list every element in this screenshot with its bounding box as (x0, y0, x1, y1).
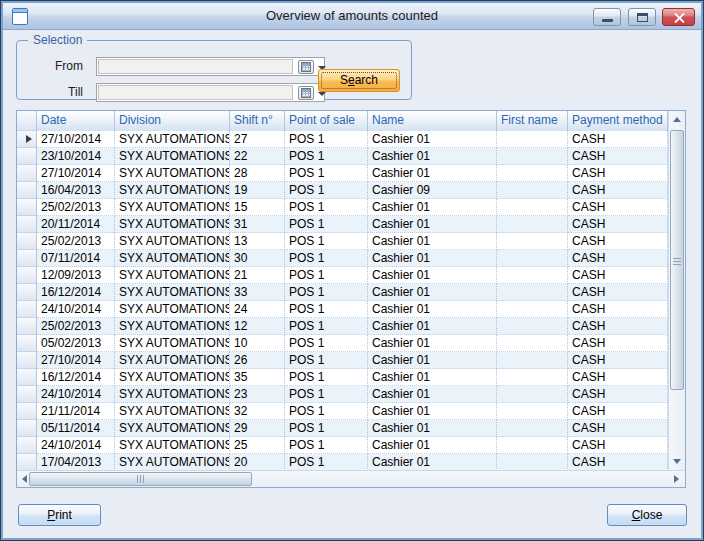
table-cell[interactable] (497, 301, 568, 318)
table-cell[interactable]: 27 (230, 131, 285, 148)
from-input[interactable] (98, 59, 293, 74)
table-cell[interactable]: Cashier 01 (368, 352, 497, 369)
table-cell[interactable]: 16/04/2013 (37, 182, 115, 199)
table-row[interactable]: 07/11/2014SYX AUTOMATIONS30POS 1Cashier … (17, 250, 668, 267)
table-cell[interactable]: 13 (230, 233, 285, 250)
table-cell[interactable]: 28 (230, 165, 285, 182)
table-cell[interactable]: CASH (568, 369, 668, 386)
table-cell[interactable] (497, 131, 568, 148)
table-cell[interactable]: POS 1 (285, 199, 368, 216)
table-cell[interactable]: Cashier 09 (368, 182, 497, 199)
row-selector-header[interactable] (17, 111, 37, 131)
table-cell[interactable]: CASH (568, 131, 668, 148)
table-cell[interactable]: Cashier 01 (368, 386, 497, 403)
table-cell[interactable]: 26 (230, 352, 285, 369)
table-row[interactable]: 25/02/2013SYX AUTOMATIONS15POS 1Cashier … (17, 199, 668, 216)
scroll-up-button[interactable] (669, 111, 686, 128)
table-row[interactable]: 27/10/2014SYX AUTOMATIONS28POS 1Cashier … (17, 165, 668, 182)
table-row[interactable]: 21/11/2014SYX AUTOMATIONS32POS 1Cashier … (17, 403, 668, 420)
table-cell[interactable]: SYX AUTOMATIONS (115, 335, 230, 352)
table-cell[interactable]: SYX AUTOMATIONS (115, 386, 230, 403)
table-cell[interactable]: Cashier 01 (368, 454, 497, 470)
table-cell[interactable]: CASH (568, 454, 668, 470)
row-selector-cell[interactable] (17, 437, 37, 454)
table-cell[interactable]: CASH (568, 233, 668, 250)
table-cell[interactable]: 24 (230, 301, 285, 318)
table-cell[interactable]: Cashier 01 (368, 216, 497, 233)
table-cell[interactable]: POS 1 (285, 165, 368, 182)
table-cell[interactable]: Cashier 01 (368, 284, 497, 301)
row-selector-cell[interactable] (17, 199, 37, 216)
table-cell[interactable]: CASH (568, 335, 668, 352)
table-cell[interactable]: 30 (230, 250, 285, 267)
table-cell[interactable]: CASH (568, 216, 668, 233)
table-cell[interactable] (497, 403, 568, 420)
table-cell[interactable]: CASH (568, 148, 668, 165)
table-cell[interactable] (497, 216, 568, 233)
table-cell[interactable]: 29 (230, 420, 285, 437)
table-cell[interactable]: Cashier 01 (368, 131, 497, 148)
till-calendar-button[interactable] (298, 86, 314, 100)
table-cell[interactable]: POS 1 (285, 335, 368, 352)
minimize-button[interactable] (593, 8, 621, 26)
table-cell[interactable]: SYX AUTOMATIONS (115, 182, 230, 199)
table-cell[interactable]: 27/10/2014 (37, 131, 115, 148)
row-selector-cell[interactable] (17, 148, 37, 165)
table-cell[interactable]: 25/02/2013 (37, 318, 115, 335)
table-cell[interactable] (497, 250, 568, 267)
table-cell[interactable]: Cashier 01 (368, 233, 497, 250)
table-cell[interactable]: POS 1 (285, 182, 368, 199)
table-cell[interactable]: 19 (230, 182, 285, 199)
table-cell[interactable]: 05/02/2013 (37, 335, 115, 352)
row-selector-cell[interactable] (17, 318, 37, 335)
table-cell[interactable]: 21 (230, 267, 285, 284)
table-cell[interactable]: SYX AUTOMATIONS (115, 420, 230, 437)
table-cell[interactable]: 25/02/2013 (37, 199, 115, 216)
row-selector-cell[interactable] (17, 352, 37, 369)
table-row[interactable]: 24/10/2014SYX AUTOMATIONS24POS 1Cashier … (17, 301, 668, 318)
table-cell[interactable]: SYX AUTOMATIONS (115, 148, 230, 165)
till-input[interactable] (98, 85, 293, 100)
table-cell[interactable]: CASH (568, 199, 668, 216)
table-row[interactable]: 23/10/2014SYX AUTOMATIONS22POS 1Cashier … (17, 148, 668, 165)
table-cell[interactable]: Cashier 01 (368, 301, 497, 318)
table-cell[interactable] (497, 318, 568, 335)
table-cell[interactable]: Cashier 01 (368, 165, 497, 182)
table-cell[interactable]: 05/11/2014 (37, 420, 115, 437)
table-cell[interactable]: Cashier 01 (368, 420, 497, 437)
table-cell[interactable]: Cashier 01 (368, 437, 497, 454)
table-cell[interactable]: 27/10/2014 (37, 352, 115, 369)
table-cell[interactable]: Cashier 01 (368, 250, 497, 267)
table-cell[interactable]: POS 1 (285, 318, 368, 335)
table-cell[interactable]: CASH (568, 437, 668, 454)
table-cell[interactable]: SYX AUTOMATIONS (115, 250, 230, 267)
table-cell[interactable]: 25 (230, 437, 285, 454)
table-cell[interactable]: POS 1 (285, 267, 368, 284)
table-cell[interactable]: SYX AUTOMATIONS (115, 352, 230, 369)
row-selector-cell[interactable] (17, 369, 37, 386)
row-selector-cell[interactable] (17, 233, 37, 250)
table-cell[interactable]: Cashier 01 (368, 267, 497, 284)
table-cell[interactable]: 12 (230, 318, 285, 335)
table-cell[interactable]: POS 1 (285, 352, 368, 369)
row-selector-cell[interactable] (17, 182, 37, 199)
row-selector-cell[interactable] (17, 403, 37, 420)
table-cell[interactable] (497, 267, 568, 284)
table-cell[interactable]: 07/11/2014 (37, 250, 115, 267)
table-cell[interactable]: CASH (568, 301, 668, 318)
table-cell[interactable] (497, 165, 568, 182)
table-cell[interactable]: SYX AUTOMATIONS (115, 165, 230, 182)
table-row[interactable]: 17/04/2013SYX AUTOMATIONS20POS 1Cashier … (17, 454, 668, 470)
table-cell[interactable]: 17/04/2013 (37, 454, 115, 470)
row-selector-cell[interactable] (17, 165, 37, 182)
table-cell[interactable]: 20/11/2014 (37, 216, 115, 233)
row-selector-cell[interactable] (17, 386, 37, 403)
table-cell[interactable]: SYX AUTOMATIONS (115, 437, 230, 454)
table-cell[interactable]: 10 (230, 335, 285, 352)
table-row[interactable]: 24/10/2014SYX AUTOMATIONS23POS 1Cashier … (17, 386, 668, 403)
table-cell[interactable]: CASH (568, 318, 668, 335)
table-cell[interactable]: POS 1 (285, 284, 368, 301)
table-cell[interactable]: Cashier 01 (368, 148, 497, 165)
table-cell[interactable]: 35 (230, 369, 285, 386)
table-cell[interactable]: SYX AUTOMATIONS (115, 284, 230, 301)
